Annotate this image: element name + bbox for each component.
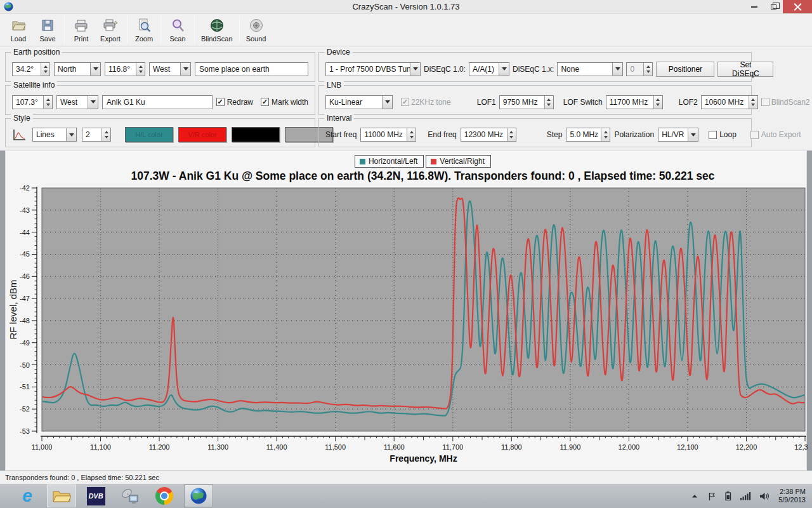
- legend-label: Horizontal/Left: [369, 157, 417, 166]
- mark-width-checkbox[interactable]: [261, 98, 269, 106]
- taskbar-app-file-explorer[interactable]: [47, 485, 76, 507]
- taskbar-clock[interactable]: 2:38 PM5/9/2013: [778, 488, 806, 504]
- lnb-type-select[interactable]: Ku-Linear: [325, 95, 393, 109]
- longitude-spinner[interactable]: 116.8°: [105, 62, 145, 76]
- latitude-spinner[interactable]: 34.2°: [12, 62, 50, 76]
- toolbar-separator: [194, 16, 195, 44]
- redraw-checkbox[interactable]: [216, 98, 225, 106]
- lof1-spinner[interactable]: 9750 MHz: [499, 95, 554, 109]
- orbital-position-spinner[interactable]: 107.3°: [12, 95, 53, 109]
- volume-icon[interactable]: [759, 491, 770, 501]
- printer-export-icon: [103, 18, 118, 34]
- start-freq-spinner[interactable]: 11000 MHz: [360, 128, 416, 142]
- toolbar-button-label: Print: [74, 35, 89, 43]
- lof2-spinner[interactable]: 10600 MHz: [701, 95, 758, 109]
- load-button[interactable]: Load: [4, 15, 33, 44]
- vr-color-button[interactable]: V/R color: [178, 127, 226, 142]
- y-tick-label: -53: [20, 427, 30, 435]
- toolbar-button-label: Zoom: [135, 35, 153, 43]
- x-tick-label: 11,300: [207, 443, 228, 451]
- x-tick-label: 11,800: [501, 443, 522, 451]
- x-tick-label: 11,100: [90, 443, 111, 451]
- toolbar-button-label: BlindScan: [201, 35, 233, 43]
- x-tick-label: 11,900: [560, 443, 580, 451]
- mark-width-label: Mark width: [272, 98, 308, 107]
- chart-panel: -42-43-44-45-46-47-48-49-50-51-52-5311,0…: [5, 150, 807, 471]
- scan-button[interactable]: Scan: [163, 15, 192, 44]
- minimize-button[interactable]: [745, 0, 764, 13]
- control-panel: Earth position 34.2° North 116.8° West S…: [0, 46, 812, 150]
- sound-button[interactable]: Sound: [242, 15, 271, 44]
- taskbar-app-internet-explorer[interactable]: e: [13, 485, 42, 507]
- diseqc1x-select[interactable]: None: [557, 62, 623, 76]
- positioner-button[interactable]: Positioner: [656, 62, 714, 77]
- back-color-button[interactable]: [232, 127, 280, 142]
- tuner-select[interactable]: 1 - Prof 7500 DVBS Tuner: [325, 62, 421, 76]
- step-spinner[interactable]: 5.0 MHz: [566, 128, 610, 142]
- satellite-name-input[interactable]: Anik G1 Ku: [102, 95, 213, 109]
- save-button[interactable]: Save: [33, 15, 62, 44]
- orbital-direction-select[interactable]: West: [56, 95, 98, 109]
- y-tick-label: -43: [20, 206, 30, 214]
- x-tick-label: 12,300: [794, 443, 808, 451]
- blindscan2-checkbox: [761, 98, 769, 106]
- action-center-flag-icon[interactable]: [707, 491, 716, 501]
- zoom-button[interactable]: Zoom: [129, 15, 159, 44]
- toolbar-button-label: Scan: [169, 35, 185, 43]
- taskbar-app-chrome[interactable]: [150, 485, 179, 507]
- taskbar-app-crazyscan[interactable]: [184, 485, 213, 507]
- y-tick-label: -51: [20, 383, 30, 391]
- polarization-select[interactable]: HL/VR: [658, 128, 698, 142]
- tone-22khz-label: 22KHz tone: [411, 98, 451, 107]
- taskbar-app-dvb-dream[interactable]: DVB: [81, 485, 110, 507]
- set-diseqc-button[interactable]: Set DiSEqC: [717, 62, 773, 77]
- lof2-label: LOF2: [679, 98, 698, 107]
- y-tick-label: -42: [20, 184, 30, 192]
- line-width-spinner[interactable]: 2: [82, 128, 111, 142]
- loop-label: Loop: [719, 130, 737, 139]
- taskbar-app-satellite-tool[interactable]: [115, 485, 145, 507]
- device-legend: Device: [324, 48, 353, 57]
- y-tick-label: -49: [20, 339, 30, 347]
- legend-item-vertical-right[interactable]: Vertical/Right: [426, 155, 491, 168]
- crazyscan-globe-icon: [190, 487, 207, 505]
- diseqc10-label: DiSEqC 1.0:: [424, 65, 466, 74]
- loop-checkbox[interactable]: [709, 131, 717, 139]
- longitude-direction-select[interactable]: West: [149, 62, 191, 76]
- lnb-group: LNB Ku-Linear 22KHz tone LOF1 9750 MHz L…: [318, 85, 752, 115]
- start-freq-label: Start freq: [325, 130, 357, 139]
- diseqc10-select[interactable]: A/A(1): [469, 62, 509, 76]
- battery-icon[interactable]: [724, 491, 732, 501]
- network-signal-icon[interactable]: [740, 491, 751, 500]
- close-button[interactable]: [783, 0, 812, 13]
- hl-color-button[interactable]: H/L color: [125, 127, 173, 142]
- satellite-info-group: Satellite info 107.3° West Anik G1 Ku Re…: [5, 85, 315, 115]
- position-number-spinner: 0: [626, 62, 653, 76]
- show-hidden-icons[interactable]: [690, 492, 699, 500]
- earth-position-legend: Earth position: [11, 48, 62, 57]
- x-tick-label: 12,200: [736, 443, 757, 451]
- style-group: Style Lines 2 H/L color V/R color: [5, 118, 315, 147]
- folder-open-icon: [11, 18, 26, 34]
- blindscan-button[interactable]: BlindScan: [197, 15, 237, 44]
- lof-switch-spinner[interactable]: 11700 MHz: [606, 95, 663, 109]
- earth-position-group: Earth position 34.2° North 116.8° West S…: [5, 52, 315, 82]
- legend-swatch: [431, 159, 436, 164]
- chevron-down-icon: [66, 128, 76, 141]
- toolbar-button-label: Load: [11, 35, 26, 43]
- chart-legend: Horizontal/LeftVertical/Right: [42, 155, 804, 168]
- tone-22khz-checkbox: [401, 98, 409, 106]
- restore-button[interactable]: [764, 0, 783, 13]
- lnb-legend: LNB: [324, 81, 344, 90]
- export-button[interactable]: Export: [96, 15, 125, 44]
- draw-mode-select[interactable]: Lines: [32, 128, 77, 142]
- legend-item-horizontal-left[interactable]: Horizontal/Left: [355, 155, 424, 168]
- place-name-input[interactable]: Some place on earth: [195, 62, 308, 76]
- latitude-direction-select[interactable]: North: [54, 62, 101, 76]
- polarization-label: Polarization: [614, 130, 654, 139]
- y-tick-label: -47: [20, 295, 30, 302]
- end-freq-spinner[interactable]: 12300 MHz: [461, 128, 516, 142]
- clock-time: 2:38 PM: [778, 488, 806, 496]
- end-freq-label: End freq: [428, 130, 456, 139]
- print-button[interactable]: Print: [67, 15, 96, 44]
